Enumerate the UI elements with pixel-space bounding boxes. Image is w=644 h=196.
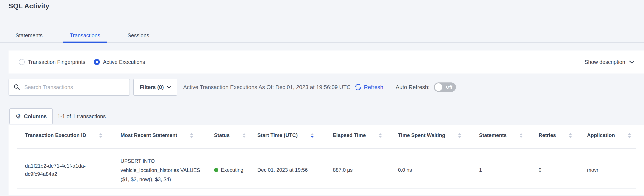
chevron-down-icon <box>629 60 634 64</box>
show-description-button[interactable]: Show description <box>585 59 634 65</box>
sql-activity-page: SQL Activity Statements Transactions Ses… <box>0 0 644 196</box>
results-count: 1-1 of 1 transactions <box>58 113 106 120</box>
cell-status: Executing <box>214 167 257 173</box>
column-header-start-time[interactable]: Start Time (UTC) <box>257 125 333 148</box>
cell-elapsed-time: 887.0 µs <box>333 167 398 173</box>
view-mode-card: Transaction Fingerprints Active Executio… <box>8 50 644 73</box>
toolbar: Filters (0) Active Transaction Execution… <box>8 79 644 96</box>
toolbar-divider <box>390 79 390 95</box>
column-header-application[interactable]: Application <box>587 125 636 148</box>
auto-refresh-toggle[interactable]: Off <box>434 82 456 92</box>
sort-arrows-icon <box>99 133 102 138</box>
cell-start-time: Dec 01, 2023 at 19:56 <box>257 167 333 173</box>
radio-transaction-fingerprints[interactable]: Transaction Fingerprints <box>19 59 85 65</box>
search-icon <box>14 84 20 90</box>
table-header-row: Transaction Execution ID Most Recent Sta… <box>17 125 636 149</box>
refresh-icon <box>354 83 362 91</box>
table-controls: ⚙ Columns 1-1 of 1 transactions <box>10 108 106 124</box>
status-executing-dot-icon <box>214 168 218 172</box>
radio-active-executions[interactable]: Active Executions <box>94 59 145 65</box>
cell-statements: 1 <box>479 167 538 173</box>
radio-circle-selected[interactable] <box>94 59 100 65</box>
tab-sessions[interactable]: Sessions <box>120 30 156 43</box>
radio-label[interactable]: Active Executions <box>103 59 145 65</box>
refresh-label: Refresh <box>364 84 383 91</box>
toggle-knob[interactable] <box>435 83 442 91</box>
cell-retries: 0 <box>538 167 587 173</box>
columns-button[interactable]: ⚙ Columns <box>10 108 53 124</box>
cell-application: movr <box>587 167 636 173</box>
table-row: da1f21e2-de71-4c1f-a1da-dc9fc94a84a2 UPS… <box>17 149 636 189</box>
show-description-label: Show description <box>585 59 625 65</box>
refresh-button[interactable]: Refresh <box>354 83 383 91</box>
sort-arrows-icon-active-desc <box>310 133 314 138</box>
tab-statements[interactable]: Statements <box>8 30 50 43</box>
cell-most-recent-statement: UPSERT INTO vehicle_location_histories V… <box>120 156 214 184</box>
sort-arrows-icon <box>569 133 572 138</box>
column-header-transaction-execution-id[interactable]: Transaction Execution ID <box>17 125 120 148</box>
sort-arrows-icon <box>458 133 461 138</box>
search-input[interactable] <box>24 84 125 91</box>
page-title: SQL Activity <box>8 2 49 10</box>
tab-transactions[interactable]: Transactions <box>63 30 107 43</box>
sort-arrows-icon <box>520 133 523 138</box>
filters-button[interactable]: Filters (0) <box>133 79 177 96</box>
filters-label: Filters (0) <box>140 84 164 90</box>
sort-arrows-icon <box>378 133 382 138</box>
status-label: Executing <box>221 167 243 173</box>
cell-transaction-execution-id: da1f21e2-de71-4c1f-a1da-dc9fc94a84a2 <box>17 162 120 178</box>
column-header-time-spent-waiting[interactable]: Time Spent Waiting <box>398 125 479 148</box>
column-header-most-recent-statement[interactable]: Most Recent Statement <box>120 125 214 148</box>
sort-arrows-icon <box>190 133 193 138</box>
gear-icon: ⚙ <box>15 113 21 120</box>
search-box[interactable] <box>8 79 130 96</box>
sort-arrows-icon <box>628 133 631 138</box>
column-header-retries[interactable]: Retries <box>538 125 587 148</box>
auto-refresh-label: Auto Refresh: <box>396 84 430 91</box>
column-header-status[interactable]: Status <box>214 125 257 148</box>
sort-arrows-icon <box>242 133 246 138</box>
column-header-elapsed-time[interactable]: Elapsed Time <box>333 125 398 148</box>
columns-label: Columns <box>24 113 47 120</box>
radio-circle-unselected[interactable] <box>19 59 25 65</box>
cell-time-spent-waiting: 0.0 ns <box>398 167 479 173</box>
chevron-down-icon <box>167 86 171 88</box>
as-of-timestamp: Active Transaction Executions As Of: Dec… <box>183 84 351 91</box>
toggle-state-label: Off <box>446 85 452 90</box>
column-header-statements[interactable]: Statements <box>479 125 538 148</box>
tab-bar: Statements Transactions Sessions <box>8 30 156 43</box>
radio-label[interactable]: Transaction Fingerprints <box>28 59 85 65</box>
transactions-table: Transaction Execution ID Most Recent Sta… <box>8 125 644 195</box>
